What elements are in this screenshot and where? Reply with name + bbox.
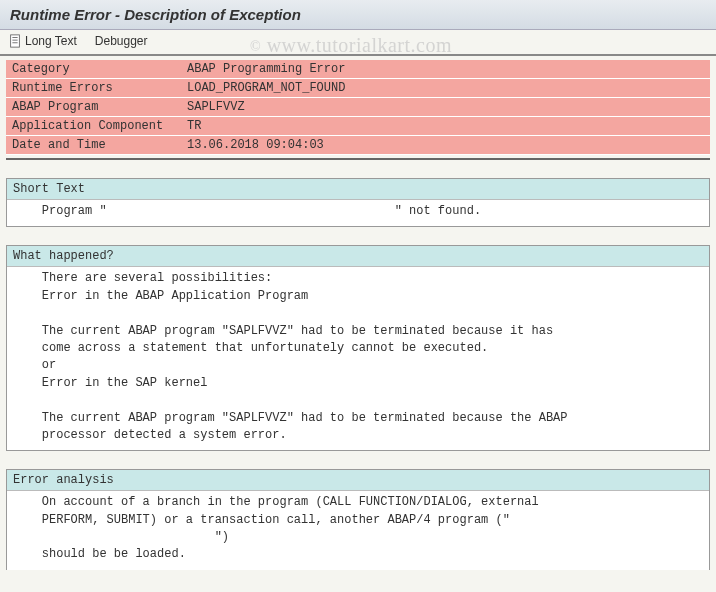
document-icon	[8, 34, 22, 48]
table-row: ABAP ProgramSAPLFVVZ	[6, 98, 710, 117]
error-info-table: CategoryABAP Programming Error Runtime E…	[6, 60, 710, 155]
table-row: Application ComponentTR	[6, 117, 710, 136]
section-header: Short Text	[7, 179, 709, 200]
section-header: What happened?	[7, 246, 709, 267]
section-body: Program " " not found.	[7, 200, 709, 226]
section-header: Error analysis	[7, 470, 709, 491]
what-happened-section: What happened? There are several possibi…	[6, 245, 710, 451]
table-row: CategoryABAP Programming Error	[6, 60, 710, 79]
svg-rect-0	[11, 35, 20, 47]
error-analysis-section: Error analysis On account of a branch in…	[6, 469, 710, 570]
divider	[6, 158, 710, 160]
long-text-label: Long Text	[25, 34, 77, 48]
section-body: On account of a branch in the program (C…	[7, 491, 709, 570]
debugger-label: Debugger	[95, 34, 148, 48]
toolbar: Long Text Debugger	[0, 30, 716, 56]
short-text-section: Short Text Program " " not found.	[6, 178, 710, 227]
section-body: There are several possibilities: Error i…	[7, 267, 709, 450]
page-title: Runtime Error - Description of Exception	[0, 0, 716, 30]
table-row: Runtime ErrorsLOAD_PROGRAM_NOT_FOUND	[6, 79, 710, 98]
long-text-button[interactable]: Long Text	[8, 34, 77, 48]
debugger-button[interactable]: Debugger	[95, 34, 148, 48]
table-row: Date and Time13.06.2018 09:04:03	[6, 136, 710, 155]
